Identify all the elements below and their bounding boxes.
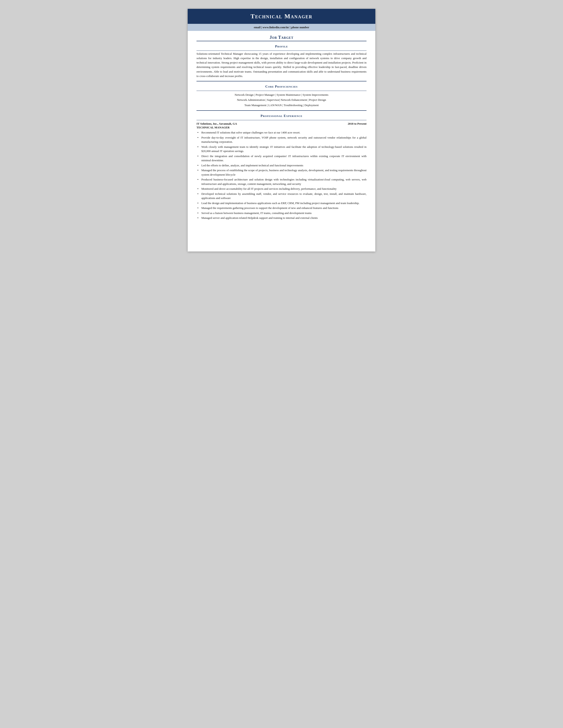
bullet-13: Managed server and application-related H… bbox=[196, 216, 367, 220]
bullet-2: Provide day-to-day oversight of IT infra… bbox=[196, 135, 367, 144]
bullet-5: Led the efforts to define, analyze, and … bbox=[196, 163, 367, 168]
date-range-1: 2018 to Present bbox=[348, 122, 367, 126]
bullet-9: Developed technical solutions by assembl… bbox=[196, 192, 367, 200]
bullet-12: Served as a liaison between business man… bbox=[196, 211, 367, 215]
resume-page: Technical Manager email | www.linkedin.c… bbox=[188, 9, 375, 251]
bullet-3: Work closely with management team to ide… bbox=[196, 145, 367, 153]
bullet-11: Managed the requirements gathering proce… bbox=[196, 206, 367, 210]
candidate-name: Technical Manager bbox=[194, 13, 369, 20]
core-prof-title: Core Proficiencies bbox=[265, 85, 298, 88]
profile-text: Solutions-orientated Technical Manager s… bbox=[196, 52, 367, 78]
bullet-8: Monitored and drove accountability for a… bbox=[196, 187, 367, 191]
header-name-bar: Technical Manager bbox=[188, 9, 375, 24]
core-prof-line-2: Network Administration | Supervisor| Net… bbox=[196, 97, 367, 102]
core-prof-line-1: Network Design | Project Manager | Syste… bbox=[196, 92, 367, 97]
job-target-section: Job Target bbox=[196, 35, 367, 40]
company-name-1: IT Solutions, Inc., Savannah, GA bbox=[196, 122, 237, 126]
contact-info: email | www.linkedin.com/in/ | phone num… bbox=[194, 26, 369, 29]
exp-section-header: Professional Experience bbox=[196, 114, 367, 118]
core-prof-line-3: Team Management | LAN/WAN | Troubleshoot… bbox=[196, 103, 367, 108]
job-target-divider bbox=[196, 41, 367, 41]
bullet-6: Managed the process of establishing the … bbox=[196, 168, 367, 177]
bullet-10: Lead the design and implementation of bu… bbox=[196, 201, 367, 205]
exp-section-title: Professional Experience bbox=[260, 114, 303, 118]
core-prof-section-header: Core Proficiencies bbox=[196, 84, 367, 88]
profile-section-header: Profile bbox=[196, 44, 367, 48]
header-contact-bar: email | www.linkedin.com/in/ | phone num… bbox=[188, 24, 375, 31]
core-prof-bottom-divider bbox=[196, 110, 367, 111]
bullet-4: Direct the integration and consolidation… bbox=[196, 154, 367, 163]
bullet-1: Recommend IT solutions that solve unique… bbox=[196, 130, 367, 135]
job-target-title: Job Target bbox=[196, 35, 367, 40]
job-title-1: TECHNICAL MANAGER bbox=[196, 126, 367, 129]
profile-bottom-divider bbox=[196, 81, 367, 81]
job-1-bullets: Recommend IT solutions that solve unique… bbox=[196, 130, 367, 220]
main-content: Job Target Profile Solutions-orientated … bbox=[188, 31, 375, 227]
exp-divider bbox=[196, 120, 367, 120]
core-prof-lines: Network Design | Project Manager | Syste… bbox=[196, 92, 367, 108]
core-prof-divider bbox=[196, 91, 367, 91]
job-1-header: IT Solutions, Inc., Savannah, GA 2018 to… bbox=[196, 122, 367, 126]
bullet-7: Produced business-focused architecture a… bbox=[196, 177, 367, 186]
profile-section-title: Profile bbox=[275, 45, 288, 48]
